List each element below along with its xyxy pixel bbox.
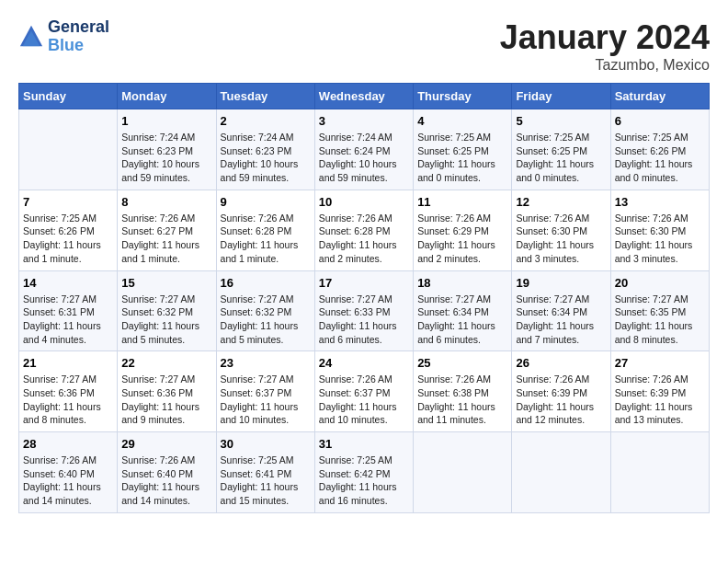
cell-w0-d3: 3Sunrise: 7:24 AMSunset: 6:24 PMDaylight…	[314, 109, 413, 190]
week-row-2: 7Sunrise: 7:25 AMSunset: 6:26 PMDaylight…	[19, 190, 710, 270]
cell-w4-d6	[610, 432, 709, 513]
cell-w3-d1: 22Sunrise: 7:27 AMSunset: 6:36 PMDayligh…	[118, 351, 216, 432]
cell-details: Sunrise: 7:26 AMSunset: 6:39 PMDaylight:…	[516, 373, 606, 427]
cell-details: Sunrise: 7:26 AMSunset: 6:38 PMDaylight:…	[417, 373, 507, 427]
cell-details: Sunrise: 7:26 AMSunset: 6:39 PMDaylight:…	[615, 373, 705, 427]
location: Tazumbo, Mexico	[500, 57, 710, 74]
cell-details: Sunrise: 7:27 AMSunset: 6:33 PMDaylight:…	[319, 293, 409, 347]
cell-w3-d2: 23Sunrise: 7:27 AMSunset: 6:37 PMDayligh…	[216, 351, 314, 432]
cell-w1-d1: 8Sunrise: 7:26 AMSunset: 6:27 PMDaylight…	[118, 190, 216, 270]
cell-w1-d5: 12Sunrise: 7:26 AMSunset: 6:30 PMDayligh…	[512, 190, 610, 270]
day-number: 6	[615, 114, 705, 128]
week-row-5: 28Sunrise: 7:26 AMSunset: 6:40 PMDayligh…	[19, 432, 710, 513]
day-number: 15	[121, 276, 211, 290]
cell-details: Sunrise: 7:26 AMSunset: 6:28 PMDaylight:…	[319, 212, 409, 266]
cell-details: Sunrise: 7:27 AMSunset: 6:31 PMDaylight:…	[23, 293, 113, 347]
day-number: 4	[417, 114, 507, 128]
cell-details: Sunrise: 7:25 AMSunset: 6:25 PMDaylight:…	[516, 131, 606, 185]
cell-w1-d6: 13Sunrise: 7:26 AMSunset: 6:30 PMDayligh…	[610, 190, 709, 270]
day-number: 29	[121, 437, 211, 451]
cell-details: Sunrise: 7:27 AMSunset: 6:34 PMDaylight:…	[417, 293, 507, 347]
cell-details: Sunrise: 7:25 AMSunset: 6:25 PMDaylight:…	[417, 131, 507, 185]
cell-w0-d5: 5Sunrise: 7:25 AMSunset: 6:25 PMDaylight…	[512, 109, 610, 190]
cell-w0-d2: 2Sunrise: 7:24 AMSunset: 6:23 PMDaylight…	[216, 109, 314, 190]
day-number: 24	[319, 356, 409, 370]
cell-w2-d6: 20Sunrise: 7:27 AMSunset: 6:35 PMDayligh…	[610, 270, 709, 351]
day-number: 22	[121, 356, 211, 370]
day-number: 19	[516, 276, 606, 290]
calendar-table: Sunday Monday Tuesday Wednesday Thursday…	[18, 83, 710, 513]
cell-w1-d0: 7Sunrise: 7:25 AMSunset: 6:26 PMDaylight…	[19, 190, 118, 270]
page-header: General Blue January 2024 Tazumbo, Mexic…	[18, 18, 710, 74]
logo-line1: General	[48, 18, 109, 37]
cell-details: Sunrise: 7:26 AMSunset: 6:27 PMDaylight:…	[121, 212, 211, 266]
cell-w3-d3: 24Sunrise: 7:26 AMSunset: 6:37 PMDayligh…	[314, 351, 413, 432]
day-number: 12	[516, 195, 606, 209]
cell-w0-d1: 1Sunrise: 7:24 AMSunset: 6:23 PMDaylight…	[118, 109, 216, 190]
cell-details: Sunrise: 7:27 AMSunset: 6:32 PMDaylight:…	[121, 293, 211, 347]
day-number: 23	[221, 356, 311, 370]
cell-w1-d3: 10Sunrise: 7:26 AMSunset: 6:28 PMDayligh…	[314, 190, 413, 270]
cell-w4-d3: 31Sunrise: 7:25 AMSunset: 6:42 PMDayligh…	[314, 432, 413, 513]
day-number: 9	[221, 195, 311, 209]
day-number: 7	[23, 195, 113, 209]
day-number: 8	[121, 195, 211, 209]
cell-w4-d5	[512, 432, 610, 513]
cell-details: Sunrise: 7:27 AMSunset: 6:37 PMDaylight:…	[221, 373, 311, 427]
day-number: 1	[121, 114, 211, 128]
day-number: 31	[319, 437, 409, 451]
cell-details: Sunrise: 7:27 AMSunset: 6:32 PMDaylight:…	[221, 293, 311, 347]
cell-w2-d0: 14Sunrise: 7:27 AMSunset: 6:31 PMDayligh…	[19, 270, 118, 351]
cell-details: Sunrise: 7:25 AMSunset: 6:41 PMDaylight:…	[221, 454, 311, 508]
header-saturday: Saturday	[610, 84, 709, 109]
cell-details: Sunrise: 7:26 AMSunset: 6:40 PMDaylight:…	[23, 454, 113, 508]
cell-details: Sunrise: 7:27 AMSunset: 6:36 PMDaylight:…	[23, 373, 113, 427]
header-wednesday: Wednesday	[314, 84, 413, 109]
cell-details: Sunrise: 7:25 AMSunset: 6:26 PMDaylight:…	[615, 131, 705, 185]
cell-w4-d4	[414, 432, 512, 513]
cell-details: Sunrise: 7:26 AMSunset: 6:37 PMDaylight:…	[319, 373, 409, 427]
cell-w0-d0	[19, 109, 118, 190]
cell-w2-d5: 19Sunrise: 7:27 AMSunset: 6:34 PMDayligh…	[512, 270, 610, 351]
cell-details: Sunrise: 7:26 AMSunset: 6:28 PMDaylight:…	[221, 212, 311, 266]
cell-w0-d6: 6Sunrise: 7:25 AMSunset: 6:26 PMDaylight…	[610, 109, 709, 190]
day-number: 17	[319, 276, 409, 290]
cell-w2-d4: 18Sunrise: 7:27 AMSunset: 6:34 PMDayligh…	[414, 270, 512, 351]
day-number: 27	[615, 356, 705, 370]
cell-details: Sunrise: 7:24 AMSunset: 6:23 PMDaylight:…	[221, 131, 311, 185]
calendar-header: Sunday Monday Tuesday Wednesday Thursday…	[19, 84, 710, 109]
cell-w4-d0: 28Sunrise: 7:26 AMSunset: 6:40 PMDayligh…	[19, 432, 118, 513]
cell-w4-d1: 29Sunrise: 7:26 AMSunset: 6:40 PMDayligh…	[118, 432, 216, 513]
cell-w1-d2: 9Sunrise: 7:26 AMSunset: 6:28 PMDaylight…	[216, 190, 314, 270]
week-row-3: 14Sunrise: 7:27 AMSunset: 6:31 PMDayligh…	[19, 270, 710, 351]
day-number: 30	[221, 437, 311, 451]
cell-details: Sunrise: 7:27 AMSunset: 6:34 PMDaylight:…	[516, 293, 606, 347]
cell-details: Sunrise: 7:27 AMSunset: 6:36 PMDaylight:…	[121, 373, 211, 427]
week-row-1: 1Sunrise: 7:24 AMSunset: 6:23 PMDaylight…	[19, 109, 710, 190]
logo: General Blue	[18, 18, 109, 55]
cell-details: Sunrise: 7:25 AMSunset: 6:42 PMDaylight:…	[319, 454, 409, 508]
cell-w3-d0: 21Sunrise: 7:27 AMSunset: 6:36 PMDayligh…	[19, 351, 118, 432]
cell-details: Sunrise: 7:24 AMSunset: 6:23 PMDaylight:…	[121, 131, 211, 185]
day-number: 2	[221, 114, 311, 128]
calendar-body: 1Sunrise: 7:24 AMSunset: 6:23 PMDaylight…	[19, 109, 710, 513]
day-number: 11	[417, 195, 507, 209]
day-number: 13	[615, 195, 705, 209]
cell-w3-d5: 26Sunrise: 7:26 AMSunset: 6:39 PMDayligh…	[512, 351, 610, 432]
day-number: 26	[516, 356, 606, 370]
month-title: January 2024	[500, 18, 710, 57]
header-thursday: Thursday	[414, 84, 512, 109]
cell-w2-d2: 16Sunrise: 7:27 AMSunset: 6:32 PMDayligh…	[216, 270, 314, 351]
cell-details: Sunrise: 7:26 AMSunset: 6:30 PMDaylight:…	[516, 212, 606, 266]
cell-details: Sunrise: 7:26 AMSunset: 6:30 PMDaylight:…	[615, 212, 705, 266]
cell-details: Sunrise: 7:24 AMSunset: 6:24 PMDaylight:…	[319, 131, 409, 185]
cell-w1-d4: 11Sunrise: 7:26 AMSunset: 6:29 PMDayligh…	[414, 190, 512, 270]
cell-w3-d4: 25Sunrise: 7:26 AMSunset: 6:38 PMDayligh…	[414, 351, 512, 432]
cell-w4-d2: 30Sunrise: 7:25 AMSunset: 6:41 PMDayligh…	[216, 432, 314, 513]
day-number: 5	[516, 114, 606, 128]
day-number: 10	[319, 195, 409, 209]
day-number: 20	[615, 276, 705, 290]
day-number: 21	[23, 356, 113, 370]
logo-icon	[18, 24, 44, 50]
week-row-4: 21Sunrise: 7:27 AMSunset: 6:36 PMDayligh…	[19, 351, 710, 432]
